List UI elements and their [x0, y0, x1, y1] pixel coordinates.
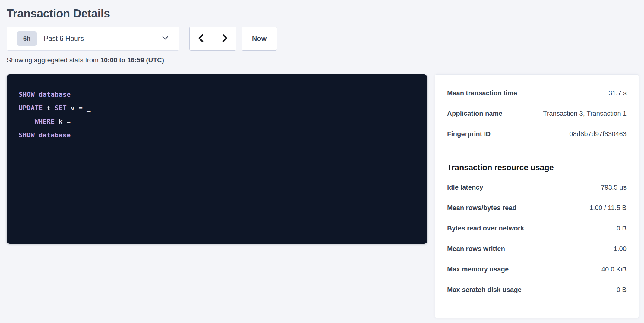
- sql-line: SHOW database: [19, 128, 415, 142]
- stat-label: Max scratch disk usage: [447, 285, 528, 294]
- sql-text: k = _: [55, 118, 78, 125]
- stat-value: 0 B: [617, 224, 627, 233]
- sql-keyword: database: [39, 131, 71, 139]
- sql-line: WHERE k = _: [19, 115, 415, 128]
- subtitle-time-range: 10:00 to 16:59 (UTC): [100, 56, 164, 64]
- stat-row: Mean rows/bytes read1.00 / 11.5 B: [447, 203, 627, 212]
- stat-value: 40.0 KiB: [601, 265, 627, 274]
- stat-value: 793.5 µs: [601, 183, 627, 192]
- next-time-button[interactable]: [213, 27, 236, 50]
- time-range-select[interactable]: 6h Past 6 Hours: [7, 27, 179, 51]
- stat-row: Application nameTransaction 3, Transacti…: [447, 109, 627, 118]
- stat-label: Mean rows/bytes read: [447, 203, 522, 212]
- chevron-right-icon: [220, 33, 229, 44]
- sql-keyword: SHOW: [19, 131, 35, 139]
- stat-row: Mean transaction time31.7 s: [447, 89, 627, 98]
- usage-rows: Idle latency793.5 µsMean rows/bytes read…: [447, 183, 627, 294]
- transaction-details-page: Transaction Details 6h Past 6 Hours: [0, 0, 644, 318]
- sql-text: t: [43, 104, 55, 112]
- stat-label: Fingerprint ID: [447, 130, 497, 139]
- resource-usage-heading: Transaction resource usage: [447, 162, 627, 173]
- time-picker-controls: 6h Past 6 Hours: [7, 27, 639, 51]
- stat-label: Max memory usage: [447, 265, 515, 274]
- stat-row: Fingerprint ID08d8b7d97f830463: [447, 130, 627, 139]
- sql-keyword: database: [39, 91, 71, 98]
- sql-keyword: SET: [55, 104, 67, 112]
- sql-text: [35, 131, 39, 139]
- sql-keyword: UPDATE: [19, 104, 43, 112]
- aggregated-stats-subtitle: Showing aggregated stats from 10:00 to 1…: [7, 56, 639, 64]
- previous-time-button[interactable]: [190, 27, 213, 50]
- subtitle-prefix: Showing aggregated stats from: [7, 56, 100, 64]
- stat-value: 1.00: [614, 244, 627, 253]
- stat-value: 08d8b7d97f830463: [569, 130, 627, 139]
- stat-row: Mean rows written1.00: [447, 244, 627, 253]
- sql-line: SHOW database: [19, 88, 415, 101]
- stat-label: Application name: [447, 109, 508, 118]
- stat-row: Max scratch disk usage0 B: [447, 285, 627, 294]
- transaction-summary-card: Mean transaction time31.7 sApplication n…: [435, 74, 639, 318]
- now-button[interactable]: Now: [242, 27, 277, 51]
- sql-keyword: WHERE: [35, 118, 55, 125]
- main-content: SHOW databaseUPDATE t SET v = _ WHERE k …: [7, 74, 639, 318]
- stat-value: 31.7 s: [608, 89, 627, 98]
- stat-label: Bytes read over network: [447, 224, 530, 233]
- chevron-left-icon: [197, 33, 205, 44]
- stat-label: Mean rows written: [447, 244, 511, 253]
- stat-value: Transaction 3, Transaction 1: [543, 109, 627, 118]
- stat-row: Bytes read over network0 B: [447, 224, 627, 233]
- sql-text: [19, 118, 35, 125]
- time-range-label: Past 6 Hours: [44, 35, 162, 43]
- sql-keyword: SHOW: [19, 91, 35, 98]
- sql-text: v = _: [67, 104, 90, 112]
- stat-value: 0 B: [617, 285, 627, 294]
- stat-value: 1.00 / 11.5 B: [589, 203, 627, 212]
- sql-statement-box: SHOW databaseUPDATE t SET v = _ WHERE k …: [7, 74, 427, 244]
- time-step-buttons: [189, 27, 236, 51]
- stat-row: Max memory usage40.0 KiB: [447, 265, 627, 274]
- card-divider: [447, 150, 627, 150]
- stat-label: Idle latency: [447, 183, 489, 192]
- time-range-badge: 6h: [17, 31, 37, 46]
- stat-row: Idle latency793.5 µs: [447, 183, 627, 192]
- sql-line: UPDATE t SET v = _: [19, 101, 415, 115]
- sql-text: [35, 91, 39, 98]
- chevron-down-icon: [162, 36, 169, 42]
- stat-label: Mean transaction time: [447, 89, 523, 98]
- page-title: Transaction Details: [7, 7, 639, 20]
- overview-rows: Mean transaction time31.7 sApplication n…: [447, 89, 627, 139]
